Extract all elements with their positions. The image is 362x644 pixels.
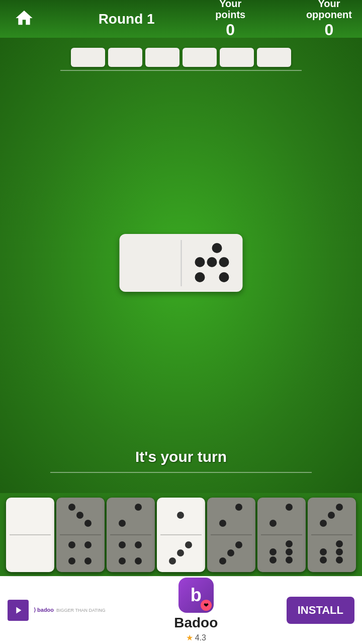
dot <box>195 272 205 282</box>
home-icon <box>14 8 34 30</box>
tile-top <box>257 498 306 534</box>
ad-left: ⟩ badoo BIGGER THAN DATING <box>8 600 106 621</box>
game-area: It's your turn <box>0 38 362 493</box>
dot <box>212 243 222 253</box>
your-points-label: Yourpoints <box>215 0 245 20</box>
player-tile-2[interactable] <box>56 498 105 572</box>
tile-bottom <box>157 535 205 572</box>
tile-top <box>207 498 255 534</box>
player-tile-3[interactable] <box>107 498 155 572</box>
five-dots-container <box>192 241 232 285</box>
tile-top <box>107 498 155 534</box>
opponent-divider <box>60 70 302 71</box>
opponent-value: 0 <box>325 21 334 39</box>
opponent-tile <box>220 48 254 67</box>
ad-logo: ⟩ badoo BIGGER THAN DATING <box>34 607 106 613</box>
header: Round 1 Yourpoints 0 Youropponent 0 <box>0 0 362 38</box>
tile-top <box>308 498 356 534</box>
your-points-value: 0 <box>226 21 235 39</box>
turn-divider <box>50 472 312 473</box>
tile-bottom <box>107 535 155 572</box>
player-tile-4[interactable] <box>157 498 205 572</box>
tile-top <box>157 498 205 534</box>
player-tile-7[interactable] <box>308 498 356 572</box>
dot <box>219 257 229 267</box>
ad-heart-icon: ❤ <box>201 600 212 611</box>
player-tiles <box>0 493 362 576</box>
ad-app-icon: b ❤ <box>178 578 214 613</box>
tile-bottom <box>56 535 105 572</box>
home-button[interactable] <box>10 5 38 33</box>
install-button[interactable]: INSTALL <box>287 597 354 624</box>
opponent-tile <box>71 48 105 67</box>
player-tile-5[interactable] <box>207 498 255 572</box>
round-info: Round 1 <box>99 11 155 27</box>
player-tile-6[interactable] <box>257 498 306 572</box>
ad-badoo-text: ⟩ badoo <box>34 607 54 613</box>
ad-icon-letter: b <box>191 585 202 606</box>
tile-top <box>6 498 54 534</box>
ad-tagline: BIGGER THAN DATING <box>56 608 106 613</box>
dot <box>195 257 205 267</box>
tile-bottom <box>207 535 255 572</box>
turn-text: It's your turn <box>135 448 227 465</box>
ad-star-icon: ★ <box>186 633 193 642</box>
turn-message: It's your turn <box>0 448 362 465</box>
tile-bottom <box>6 535 54 572</box>
opponent-tiles <box>0 38 362 67</box>
tile-top <box>56 498 105 534</box>
opponent-label: Youropponent <box>306 0 352 20</box>
dot <box>207 257 217 267</box>
ad-banner: ⟩ badoo BIGGER THAN DATING b ❤ Badoo ★ 4… <box>0 576 362 644</box>
center-domino[interactable] <box>120 234 243 292</box>
ad-rating: ★ 4.3 <box>186 633 206 642</box>
ad-app-name: Badoo <box>174 615 218 631</box>
ad-play-icon <box>8 600 29 621</box>
opponent-points: Youropponent 0 <box>306 0 352 40</box>
domino-right-half <box>182 234 243 292</box>
opponent-tile <box>257 48 291 67</box>
ad-rating-value: 4.3 <box>195 633 206 642</box>
domino-left-half <box>120 234 181 292</box>
ad-center: b ❤ Badoo ★ 4.3 <box>113 578 279 642</box>
your-points: Yourpoints 0 <box>215 0 245 40</box>
opponent-tile <box>108 48 142 67</box>
round-number: 1 <box>147 11 155 27</box>
round-label: Round <box>99 11 143 27</box>
opponent-tile <box>183 48 217 67</box>
player-tile-1[interactable] <box>6 498 54 572</box>
dot <box>219 272 229 282</box>
opponent-tile <box>145 48 179 67</box>
tile-bottom <box>257 535 306 572</box>
tile-bottom <box>308 535 356 572</box>
